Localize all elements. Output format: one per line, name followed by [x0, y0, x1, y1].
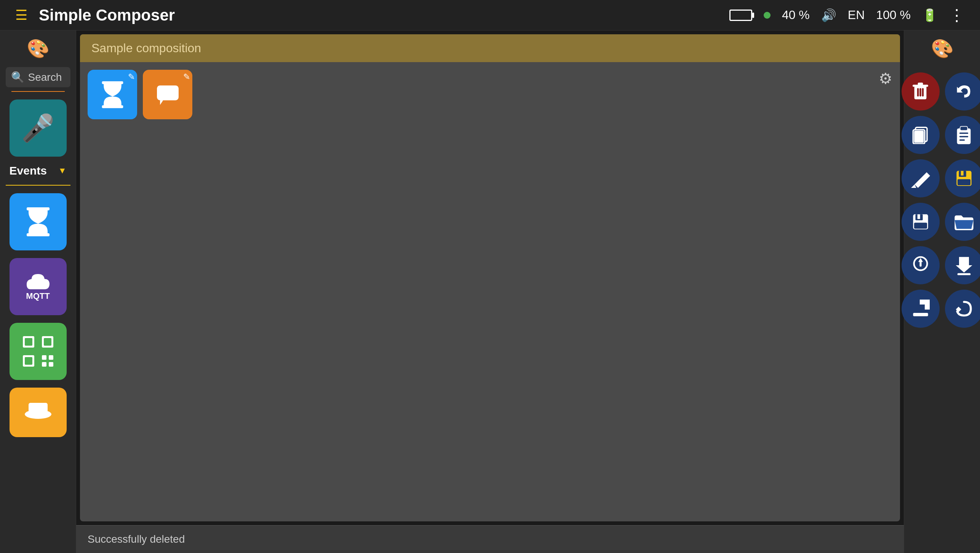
settings-icon[interactable]: ⚙ — [879, 70, 892, 87]
svg-rect-10 — [42, 362, 46, 367]
svg-rect-25 — [919, 88, 921, 96]
copy-button[interactable] — [902, 116, 940, 154]
composition-body: ⚙ ✎ ✎ — [80, 62, 900, 176]
more-icon[interactable]: ⋮ — [949, 6, 965, 24]
svg-rect-9 — [49, 355, 53, 360]
search-icon: 🔍 — [11, 71, 24, 83]
save-yellow-button[interactable] — [945, 159, 980, 197]
right-sidebar: 🎨 — [904, 30, 980, 553]
refresh-button[interactable] — [945, 290, 980, 328]
brightness-label: 100 % — [876, 8, 911, 22]
svg-rect-7 — [25, 357, 32, 365]
qr-icon — [21, 334, 55, 369]
chat-icon — [155, 82, 180, 107]
language-label: EN — [848, 8, 865, 22]
download-icon — [956, 255, 972, 275]
svg-rect-11 — [49, 362, 53, 367]
svg-rect-34 — [959, 139, 965, 141]
events-header: Events ▼ — [6, 164, 70, 177]
canvas-hourglass-block[interactable]: ✎ — [88, 70, 137, 119]
svg-point-20 — [171, 90, 175, 94]
search-bar[interactable]: 🔍 Search — [6, 67, 70, 87]
app-title: Simple Composer — [39, 6, 729, 24]
svg-rect-0 — [27, 207, 50, 210]
trash-icon — [912, 82, 929, 101]
undo-button[interactable] — [945, 72, 980, 111]
svg-point-19 — [166, 90, 169, 94]
save-floppy-button[interactable] — [902, 203, 940, 241]
right-palette-icon[interactable]: 🎨 — [931, 38, 954, 59]
action-row-2 — [902, 116, 980, 154]
mqtt-label: MQTT — [26, 291, 50, 301]
composition-title: Sample composition — [91, 41, 201, 55]
folder-icon — [954, 213, 974, 230]
svg-rect-24 — [917, 88, 919, 96]
svg-marker-17 — [160, 100, 163, 105]
svg-rect-44 — [914, 223, 927, 229]
svg-marker-35 — [914, 172, 930, 188]
svg-rect-39 — [961, 171, 963, 175]
plate-icon — [23, 401, 53, 424]
action-row-6 — [902, 290, 980, 328]
composition-panel: Sample composition ⚙ ✎ — [80, 34, 900, 521]
canvas-block-row: ✎ ✎ — [88, 70, 892, 119]
mic-block[interactable]: 🎤 — [10, 99, 67, 157]
svg-rect-32 — [959, 133, 968, 134]
composition-title-bar: Sample composition — [80, 34, 900, 62]
delete-button[interactable] — [902, 72, 940, 111]
events-dropdown-icon[interactable]: ▼ — [58, 166, 67, 176]
canvas-hourglass-icon — [100, 80, 125, 109]
svg-rect-3 — [25, 338, 32, 346]
svg-marker-48 — [956, 257, 972, 272]
svg-rect-13 — [29, 403, 48, 412]
svg-rect-49 — [957, 273, 970, 275]
svg-rect-15 — [102, 105, 123, 108]
upload-button[interactable] — [902, 246, 940, 284]
sidebar-hourglass-block[interactable] — [10, 193, 67, 250]
svg-rect-23 — [918, 83, 923, 85]
open-folder-button[interactable] — [945, 203, 980, 241]
main-layout: 🎨 🔍 Search 🎤 Events ▼ — [0, 30, 980, 553]
hourglass-icon — [25, 207, 51, 237]
export-icon — [911, 300, 930, 318]
svg-rect-26 — [922, 88, 924, 96]
svg-marker-50 — [914, 300, 929, 314]
svg-rect-5 — [44, 338, 51, 346]
undo-icon — [954, 82, 974, 101]
svg-rect-40 — [957, 179, 970, 185]
erase-button[interactable] — [902, 159, 940, 197]
upload-icon — [912, 255, 929, 275]
battery-percent: 40 % — [782, 8, 810, 22]
copy-icon — [911, 126, 930, 144]
export-button[interactable] — [902, 290, 940, 328]
edit-icon-chat: ✎ — [183, 72, 190, 82]
svg-point-18 — [160, 90, 164, 94]
left-sidebar: 🎨 🔍 Search 🎤 Events ▼ — [0, 30, 76, 553]
svg-rect-1 — [27, 233, 50, 236]
erase-icon — [911, 169, 930, 188]
paste-icon — [955, 125, 972, 145]
svg-rect-33 — [959, 136, 968, 138]
download-button[interactable] — [945, 246, 980, 284]
svg-rect-47 — [919, 261, 921, 267]
paste-button[interactable] — [945, 116, 980, 154]
refresh-icon — [954, 299, 974, 318]
events-label: Events — [10, 164, 47, 177]
save-floppy-icon — [911, 212, 930, 231]
save-yellow-icon — [955, 169, 973, 188]
svg-rect-14 — [102, 81, 123, 84]
sidebar-orange-block[interactable] — [10, 388, 67, 437]
menu-icon[interactable]: ☰ — [15, 8, 27, 22]
svg-rect-51 — [913, 313, 928, 316]
events-divider — [6, 185, 70, 186]
center-area: Sample composition ⚙ ✎ — [76, 30, 904, 553]
sidebar-qr-block[interactable] — [10, 323, 67, 380]
search-text: Search — [28, 71, 62, 83]
status-dot-icon — [764, 12, 771, 19]
sidebar-mqtt-block[interactable]: MQTT — [10, 258, 67, 315]
svg-rect-43 — [917, 214, 920, 219]
action-row-3 — [902, 159, 980, 197]
canvas-chat-block[interactable]: ✎ — [143, 70, 192, 119]
cloud-icon — [25, 272, 51, 291]
palette-icon[interactable]: 🎨 — [27, 38, 50, 59]
